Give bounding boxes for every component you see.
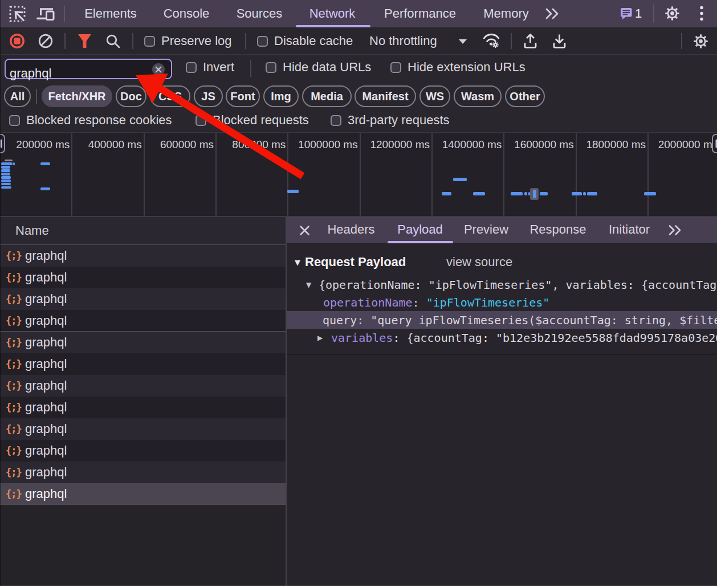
filter-input[interactable]: graphql [5,59,172,79]
tab-console[interactable]: Console [164,6,210,21]
close-details-icon[interactable] [299,225,310,236]
device-toolbar-icon[interactable] [36,6,55,21]
chip-other[interactable]: Other [505,85,545,107]
blocked-requests-checkbox[interactable] [195,115,206,126]
import-har-icon[interactable] [523,33,537,49]
collapsed-caret-icon[interactable]: ▶ [317,334,323,342]
request-row[interactable]: {;}graphql [0,288,286,310]
tab-performance[interactable]: Performance [384,6,456,21]
detail-tab-payload[interactable]: Payload [397,222,443,237]
hide-data-urls-checkbox[interactable] [266,62,276,73]
export-har-icon[interactable] [552,33,567,49]
clear-filter-icon[interactable] [152,63,165,76]
selected-detail-tab-underline [388,241,453,243]
overview-time-label: 400000 ms [88,138,142,151]
overview-request-bar [1,186,11,189]
more-tabs-icon[interactable] [544,7,561,20]
request-row[interactable]: {;}graphql [0,353,286,375]
chip-media[interactable]: Media [302,85,352,107]
detail-tab-initiator[interactable]: Initiator [609,222,650,237]
network-conditions-icon[interactable] [482,32,500,49]
chip-all[interactable]: All [4,85,31,107]
chip-img[interactable]: Img [263,85,299,107]
chip-font[interactable]: Font [226,85,260,107]
chip-doc[interactable]: Doc [116,85,146,107]
request-payload-section-header[interactable]: ▼ Request Payload view source [287,254,717,271]
json-braces-icon: {;} [6,488,22,500]
payload-tree-row[interactable]: ▼{operationName: "ipFlowTimeseries", var… [287,276,717,293]
disable-cache-label: Disable cache [274,34,353,48]
chip-js[interactable]: JS [194,85,223,107]
tab-elements[interactable]: Elements [84,6,137,21]
toolbar-divider [681,33,682,49]
tab-network[interactable]: Network [309,6,356,21]
payload-tree-text: query: "query ipFlowTimeseries($accountT… [323,313,717,327]
request-row[interactable]: {;}graphql [0,332,286,353]
payload-tree-row[interactable]: ▶variables: {accountTag: "b12e3b2192ee55… [287,329,717,346]
issues-icon[interactable] [621,8,633,21]
overview-time-label: 1600000 ms [514,138,574,151]
overview-request-bar [1,179,11,182]
overview-grid-line [503,133,504,216]
payload-tree-row[interactable]: operationName: "ipFlowTimeseries" [287,293,717,311]
overview-request-bar [1,166,10,169]
settings-gear-icon[interactable] [664,5,681,22]
overview-time-label: 1000000 ms [298,138,358,151]
network-overview-timeline[interactable]: 200000 ms400000 ms600000 ms800000 ms1000… [0,132,717,217]
request-row[interactable]: {;}graphql [0,310,286,332]
overview-grid-line [576,133,577,216]
toolbar-divider [64,33,66,49]
request-row[interactable]: {;}graphql [0,245,286,267]
request-name: graphql [25,487,67,501]
third-party-requests-checkbox[interactable] [331,115,341,126]
invert-filter-checkbox[interactable] [186,62,197,73]
kebab-menu-icon[interactable] [698,5,706,22]
disable-cache-checkbox[interactable] [257,36,268,47]
expanded-caret-icon[interactable]: ▼ [306,281,311,289]
request-row[interactable]: {;}graphql [0,440,286,462]
overview-request-bar [572,192,582,195]
overview-time-label: 200000 ms [16,138,70,151]
overview-grid-line [215,133,217,216]
request-row[interactable]: {;}graphql [0,418,286,440]
detail-tab-preview[interactable]: Preview [464,222,508,237]
overview-request-bar [524,192,527,195]
request-row[interactable]: {;}graphql [0,375,286,397]
overview-request-bar [1,176,11,179]
chip-fetch-xhr[interactable]: Fetch/XHR [42,85,112,107]
overview-time-label: 800000 ms [232,138,286,151]
request-name: graphql [25,400,67,415]
view-source-link[interactable]: view source [446,255,512,270]
chip-css[interactable]: CSS [150,85,190,107]
overview-time-label: 1800000 ms [586,138,646,151]
throttling-select[interactable]: No throttling [369,34,437,48]
request-row[interactable]: {;}graphql [0,483,286,505]
payload-tree-row[interactable]: query: "query ipFlowTimeseries($accountT… [287,311,717,329]
inspect-element-icon[interactable] [9,6,26,23]
preserve-log-checkbox[interactable] [144,36,155,47]
section-collapse-icon[interactable]: ▼ [295,258,300,267]
record-network-log-icon[interactable] [9,33,25,49]
blocked-response-cookies-checkbox[interactable] [9,115,20,126]
request-row[interactable]: {;}graphql [0,267,286,288]
request-row[interactable]: {;}graphql [0,397,286,418]
name-column-header[interactable]: Name [0,217,286,245]
request-details-pane: HeadersPayloadPreviewResponseInitiator ▼… [287,217,717,586]
search-icon[interactable] [105,34,121,49]
clear-network-log-icon[interactable] [38,34,53,48]
tab-sources[interactable]: Sources [237,6,283,21]
network-settings-gear-icon[interactable] [692,33,709,50]
chip-manifest[interactable]: Manifest [355,85,416,107]
overview-right-handle[interactable] [712,134,717,153]
detail-tab-response[interactable]: Response [529,222,586,237]
chip-ws[interactable]: WS [419,85,450,107]
more-detail-tabs-icon[interactable] [667,224,683,236]
filter-icon[interactable] [78,34,92,48]
chip-wasm[interactable]: Wasm [454,85,502,107]
devtools-window: ElementsConsoleSourcesNetworkPerformance… [0,0,717,586]
hide-extension-urls-checkbox[interactable] [390,62,401,73]
tab-memory[interactable]: Memory [483,6,528,21]
detail-tab-headers[interactable]: Headers [327,222,374,237]
json-braces-icon: {;} [6,250,22,262]
request-row[interactable]: {;}graphql [0,462,286,483]
